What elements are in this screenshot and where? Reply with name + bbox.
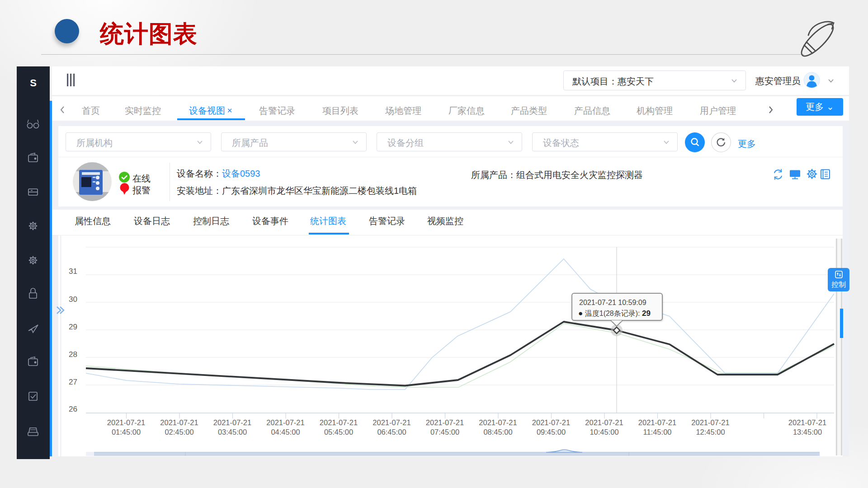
svg-text:2021-07-21: 2021-07-21: [107, 418, 145, 427]
svg-text:2021-07-21: 2021-07-21: [426, 418, 464, 427]
svg-text:2021-07-21: 2021-07-21: [691, 418, 729, 427]
svg-text:28: 28: [69, 350, 77, 359]
svg-text:2021-07-21: 2021-07-21: [788, 418, 826, 427]
svg-text:27: 27: [69, 378, 77, 386]
svg-text:2021-07-21: 2021-07-21: [638, 418, 676, 427]
svg-text:2021-07-21: 2021-07-21: [266, 418, 304, 427]
svg-text:31: 31: [69, 267, 77, 276]
svg-text:01:45:00: 01:45:00: [112, 428, 141, 436]
svg-text:2021-07-21: 2021-07-21: [213, 418, 251, 427]
svg-text:2021-07-21: 2021-07-21: [160, 418, 198, 427]
svg-text:26: 26: [69, 405, 77, 413]
svg-text:2021-07-21: 2021-07-21: [585, 418, 623, 427]
svg-text:11:45:00: 11:45:00: [643, 428, 671, 436]
svg-text:2021-07-21: 2021-07-21: [320, 418, 358, 427]
svg-text:2021-07-21: 2021-07-21: [373, 418, 410, 427]
svg-text:12:45:00: 12:45:00: [696, 428, 725, 436]
svg-text:07:45:00: 07:45:00: [430, 428, 459, 436]
svg-text:2021-07-21: 2021-07-21: [479, 418, 517, 427]
svg-text:03:45:00: 03:45:00: [218, 428, 247, 436]
svg-text:05:45:00: 05:45:00: [324, 428, 353, 436]
svg-text:2021-07-21: 2021-07-21: [532, 418, 570, 427]
svg-text:04:45:00: 04:45:00: [271, 428, 300, 436]
svg-text:06:45:00: 06:45:00: [377, 428, 406, 436]
svg-text:08:45:00: 08:45:00: [483, 428, 512, 436]
svg-text:02:45:00: 02:45:00: [165, 428, 193, 436]
svg-text:10:45:00: 10:45:00: [590, 428, 618, 436]
svg-text:30: 30: [69, 295, 77, 304]
svg-text:13:45:00: 13:45:00: [793, 428, 822, 436]
svg-text:09:45:00: 09:45:00: [537, 428, 566, 436]
svg-text:29: 29: [69, 323, 77, 331]
